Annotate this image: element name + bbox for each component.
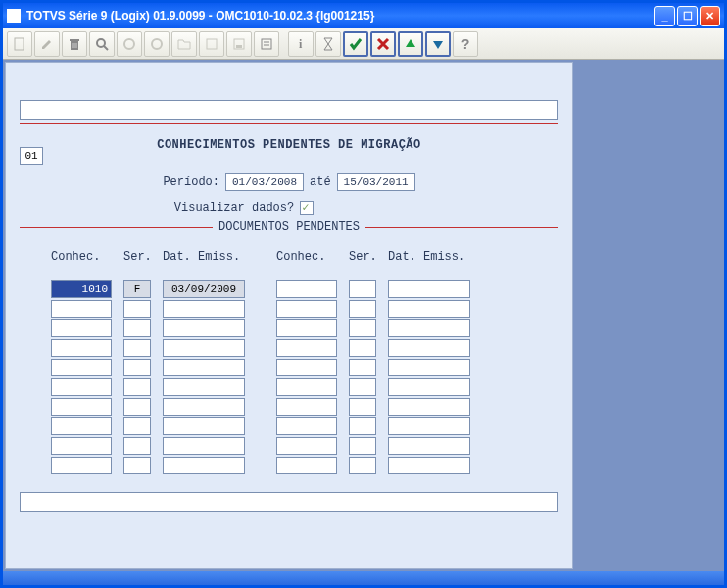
company-code-field[interactable]: 01: [20, 147, 43, 165]
maximize-button[interactable]: ☐: [677, 6, 698, 26]
cell-ser[interactable]: [349, 417, 376, 435]
table-row[interactable]: [51, 319, 245, 337]
cell-ser[interactable]: [349, 378, 376, 396]
cell-dat[interactable]: [388, 378, 470, 396]
cell-conhec[interactable]: [51, 457, 112, 474]
cell-conhec[interactable]: [51, 359, 112, 376]
up-icon[interactable]: [398, 31, 423, 57]
saveas-icon[interactable]: [226, 31, 252, 57]
table-row[interactable]: [276, 300, 470, 318]
visualize-checkbox[interactable]: [300, 201, 314, 215]
cell-ser[interactable]: [123, 359, 151, 376]
table-row[interactable]: 1010F03/09/2009: [51, 280, 245, 298]
cell-conhec[interactable]: [276, 378, 337, 396]
cell-ser[interactable]: [123, 417, 151, 435]
cell-ser[interactable]: [123, 300, 151, 318]
cell-conhec[interactable]: [51, 417, 112, 435]
cell-dat[interactable]: [163, 319, 245, 337]
cell-conhec[interactable]: [51, 319, 112, 337]
cell-ser[interactable]: [349, 319, 376, 337]
find-icon[interactable]: [254, 31, 279, 57]
new-icon[interactable]: [7, 31, 32, 57]
cell-ser[interactable]: [123, 339, 151, 357]
save-icon[interactable]: [199, 31, 224, 57]
cell-conhec[interactable]: [276, 417, 337, 435]
cell-conhec[interactable]: [51, 339, 112, 357]
table-row[interactable]: [51, 378, 245, 396]
edit-icon[interactable]: [34, 31, 60, 57]
cell-dat[interactable]: [163, 378, 245, 396]
cell-dat[interactable]: [388, 300, 470, 318]
table-row[interactable]: [276, 398, 470, 416]
cell-ser[interactable]: [349, 339, 376, 357]
cell-conhec[interactable]: [276, 300, 337, 318]
delete-icon[interactable]: [62, 31, 87, 57]
first-icon[interactable]: [117, 31, 142, 57]
cell-conhec[interactable]: [276, 319, 337, 337]
prev-icon[interactable]: [144, 31, 170, 57]
cell-ser[interactable]: [123, 437, 151, 455]
cell-dat[interactable]: [388, 417, 470, 435]
cell-dat[interactable]: [163, 437, 245, 455]
cancel-icon[interactable]: [370, 31, 396, 57]
table-row[interactable]: [51, 339, 245, 357]
confirm-icon[interactable]: [343, 31, 368, 57]
table-row[interactable]: [276, 319, 470, 337]
cell-conhec[interactable]: [276, 359, 337, 376]
cell-conhec[interactable]: [51, 378, 112, 396]
down-icon[interactable]: [425, 31, 451, 57]
search-icon[interactable]: [89, 31, 115, 57]
date-from-field[interactable]: 01/03/2008: [225, 173, 304, 191]
table-row[interactable]: [51, 417, 245, 435]
open-icon[interactable]: [171, 31, 197, 57]
cell-conhec[interactable]: [276, 457, 337, 474]
cell-dat[interactable]: [163, 339, 245, 357]
cell-dat[interactable]: [388, 280, 470, 298]
table-row[interactable]: [51, 437, 245, 455]
cell-dat[interactable]: [163, 300, 245, 318]
cell-dat[interactable]: [388, 319, 470, 337]
table-row[interactable]: [276, 437, 470, 455]
cell-ser[interactable]: [123, 398, 151, 416]
cell-ser[interactable]: F: [123, 280, 151, 298]
cell-conhec[interactable]: [276, 398, 337, 416]
close-button[interactable]: ✕: [700, 6, 720, 26]
cell-dat[interactable]: [163, 417, 245, 435]
cell-conhec[interactable]: [51, 300, 112, 318]
table-row[interactable]: [276, 457, 470, 474]
cell-ser[interactable]: [123, 378, 151, 396]
cell-dat[interactable]: [388, 339, 470, 357]
cell-dat[interactable]: [388, 457, 470, 474]
info-icon[interactable]: i: [288, 31, 314, 57]
cell-ser[interactable]: [123, 319, 151, 337]
cell-ser[interactable]: [349, 437, 376, 455]
date-to-field[interactable]: 15/03/2011: [337, 173, 415, 191]
table-row[interactable]: [51, 398, 245, 416]
cell-dat[interactable]: [163, 398, 245, 416]
cell-dat[interactable]: 03/09/2009: [163, 280, 245, 298]
table-row[interactable]: [51, 359, 245, 376]
cell-conhec[interactable]: [276, 280, 337, 298]
cell-conhec[interactable]: [51, 437, 112, 455]
table-row[interactable]: [276, 417, 470, 435]
table-row[interactable]: [276, 339, 470, 357]
table-row[interactable]: [276, 378, 470, 396]
hourglass-icon[interactable]: [315, 31, 341, 57]
table-row[interactable]: [51, 457, 245, 474]
cell-ser[interactable]: [349, 457, 376, 474]
top-text-field[interactable]: [20, 100, 558, 120]
cell-conhec[interactable]: 1010: [51, 280, 112, 298]
cell-dat[interactable]: [163, 359, 245, 376]
cell-dat[interactable]: [388, 437, 470, 455]
cell-conhec[interactable]: [276, 339, 337, 357]
cell-dat[interactable]: [388, 359, 470, 376]
cell-ser[interactable]: [349, 359, 376, 376]
cell-conhec[interactable]: [276, 437, 337, 455]
help-icon[interactable]: ?: [453, 31, 478, 57]
table-row[interactable]: [276, 359, 470, 376]
cell-conhec[interactable]: [51, 398, 112, 416]
cell-dat[interactable]: [163, 457, 245, 474]
cell-ser[interactable]: [349, 280, 376, 298]
table-row[interactable]: [51, 300, 245, 318]
cell-ser[interactable]: [349, 300, 376, 318]
